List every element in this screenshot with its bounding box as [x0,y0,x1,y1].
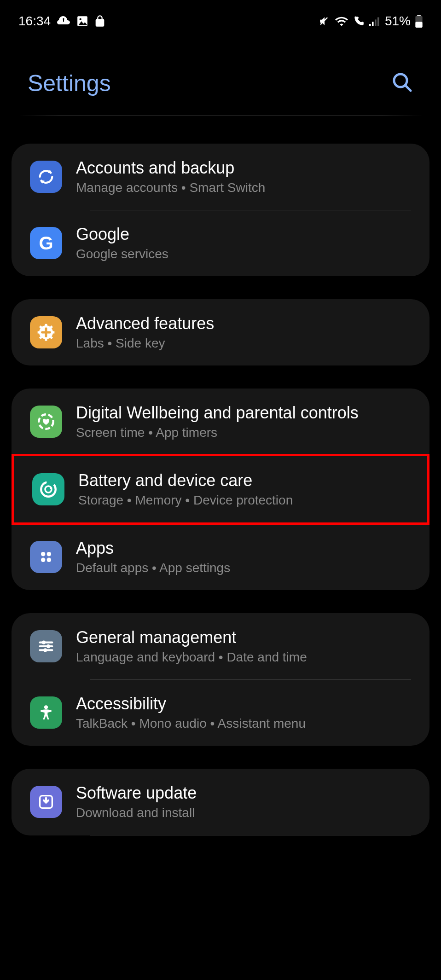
page-title: Settings [28,70,111,97]
svg-rect-6 [417,15,421,16]
search-icon [391,87,413,95]
item-text: Digital Wellbeing and parental controls … [76,403,416,440]
svg-rect-2 [369,24,371,26]
svg-point-29 [43,648,47,652]
download-arrow-icon [30,786,62,818]
svg-point-22 [41,558,46,562]
svg-point-20 [41,552,46,557]
item-text: Accessibility TalkBack • Mono audio • As… [76,694,416,731]
battery-percentage: 51% [385,14,411,29]
svg-point-27 [42,641,46,644]
sliders-icon [30,630,62,662]
four-dots-icon [30,541,62,573]
lock-icon [95,15,105,28]
image-icon [76,15,88,27]
item-text: Battery and device care Storage • Memory… [78,471,413,508]
settings-group: General management Language and keyboard… [12,613,429,746]
settings-item-apps[interactable]: Apps Default apps • App settings [12,524,429,590]
item-subtitle: Default apps • App settings [76,561,416,575]
item-title: Advanced features [76,314,416,333]
settings-item-battery-device-care[interactable]: Battery and device care Storage • Memory… [14,456,427,522]
item-title: Accounts and backup [76,158,416,178]
svg-point-23 [47,558,52,562]
sync-icon [30,161,62,193]
settings-item-advanced-features[interactable]: Advanced features Labs • Side key [12,299,429,365]
item-subtitle: Screen time • App timers [76,425,416,440]
item-subtitle: Download and install [76,806,416,820]
cloud-upload-icon [57,16,70,26]
item-title: Battery and device care [78,471,413,490]
header-divider [18,115,423,116]
item-title: General management [76,628,416,647]
search-button[interactable] [391,71,413,95]
svg-rect-8 [415,22,422,28]
signal-icon [369,16,380,26]
item-title: Apps [76,539,416,558]
item-subtitle: Google services [76,247,416,261]
svg-rect-5 [377,17,379,26]
status-bar: 16:34 51% [0,0,441,38]
item-title: Digital Wellbeing and parental controls [76,403,416,423]
item-text: Accounts and backup Manage accounts • Sm… [76,158,416,195]
divider [90,835,411,835]
settings-group: Accounts and backup Manage accounts • Sm… [12,144,429,276]
item-text: Apps Default apps • App settings [76,539,416,575]
item-text: Software update Download and install [76,783,416,820]
svg-point-28 [46,644,50,648]
settings-item-digital-wellbeing[interactable]: Digital Wellbeing and parental controls … [12,389,429,455]
svg-point-21 [47,552,52,557]
item-text: General management Language and keyboard… [76,628,416,665]
svg-rect-3 [372,22,374,26]
item-text: Advanced features Labs • Side key [76,314,416,351]
item-title: Software update [76,783,416,803]
svg-point-18 [41,482,56,497]
google-g-icon: G [30,227,62,259]
highlight-box: Battery and device care Storage • Memory… [12,454,429,525]
status-left: 16:34 [18,14,105,29]
settings-item-accessibility[interactable]: Accessibility TalkBack • Mono audio • As… [12,679,429,746]
settings-group: Digital Wellbeing and parental controls … [12,389,429,590]
settings-group: Advanced features Labs • Side key [12,299,429,365]
status-right: 51% [319,14,423,29]
wifi-calling-icon [353,15,365,27]
refresh-circle-icon [32,473,64,505]
settings-item-google[interactable]: G Google Google services [12,210,429,276]
svg-line-10 [405,85,411,91]
settings-item-general-management[interactable]: General management Language and keyboard… [12,613,429,679]
item-subtitle: Labs • Side key [76,336,416,351]
svg-point-1 [80,18,81,20]
heart-circle-icon [30,406,62,438]
svg-rect-4 [375,19,377,26]
item-subtitle: TalkBack • Mono audio • Assistant menu [76,716,416,731]
item-title: Google [76,225,416,244]
svg-point-30 [44,705,48,709]
header: Settings [0,38,441,115]
item-subtitle: Storage • Memory • Device protection [78,493,413,508]
mute-icon [319,15,331,27]
battery-icon [415,15,423,28]
wifi-icon [335,16,348,26]
item-title: Accessibility [76,694,416,713]
person-icon [30,696,62,729]
item-text: Google Google services [76,225,416,261]
item-subtitle: Language and keyboard • Date and time [76,650,416,665]
settings-group: Software update Download and install [12,769,429,835]
item-subtitle: Manage accounts • Smart Switch [76,180,416,195]
settings-item-software-update[interactable]: Software update Download and install [12,769,429,835]
status-time: 16:34 [18,14,51,29]
settings-item-accounts-backup[interactable]: Accounts and backup Manage accounts • Sm… [12,144,429,210]
plus-gear-icon [30,316,62,348]
